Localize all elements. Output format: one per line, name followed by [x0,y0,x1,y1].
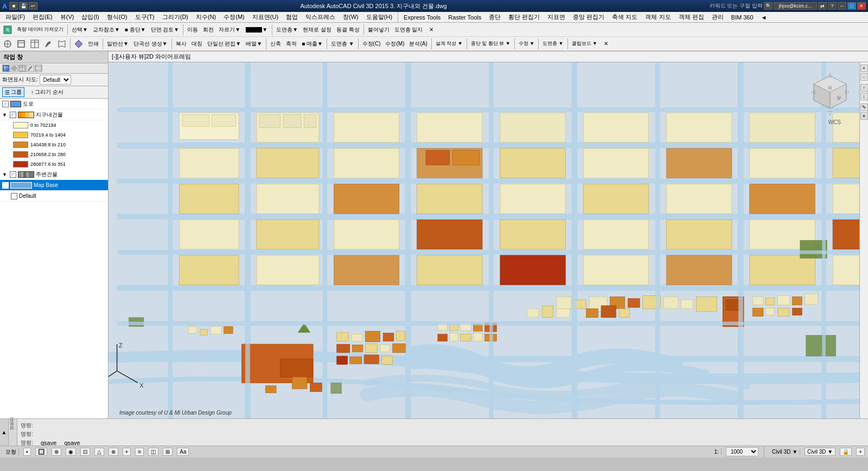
minimize-btn[interactable]: ─ [838,2,846,10]
layer-buildings[interactable]: ▼ 지구내건물 [0,109,108,120]
lock-btn[interactable]: 🔒 [840,448,852,456]
fillet-btn[interactable]: 단일선 편집▼ [205,38,244,50]
annotscale-btn[interactable]: Aa [177,448,189,456]
surround-expand[interactable]: ▼ [2,172,7,177]
menu-manage[interactable]: 관리 [709,12,727,22]
menu-collapse[interactable]: ◄ [758,14,770,21]
menu-view[interactable]: 뷰(V) [57,12,78,22]
toolbar-close-btn[interactable]: ✕ [600,38,612,50]
panel-edit-btn[interactable]: ■ 매출▼ [299,38,325,50]
rotate-btn[interactable]: 회전 [201,24,216,36]
selcycling-btn[interactable]: ⊞ [163,448,173,456]
props-btn[interactable]: 현재로 설정 [301,24,334,36]
layer-btn[interactable]: 도면층▼ [274,24,300,36]
menu-tools[interactable]: 도구(T) [132,12,158,22]
menu-express[interactable]: 익스프레스 [302,12,339,22]
menu-raster[interactable]: Raster Tools [445,14,484,21]
surface3d-btn[interactable] [72,38,85,50]
ortho-btn[interactable]: ⊕ [52,448,61,456]
menu-object-edit[interactable]: 객체 편집 [675,12,707,22]
menu-format[interactable]: 형식(O) [104,12,131,22]
workspace-btn[interactable]: Civil 3D ▼ [805,448,835,456]
profile-btn[interactable]: ■ 종단▼ [123,24,148,36]
menu-profile[interactable]: 종단 [486,12,504,22]
rs-btn-4[interactable]: ↓ [860,93,868,100]
wrench-btn[interactable] [42,38,55,50]
menu-section-center[interactable]: 중앙 편집기 [570,12,608,22]
rs-btn-3[interactable]: ↑ [860,84,868,92]
menu-surface[interactable]: 지표면(U) [249,12,282,22]
menu-modify[interactable]: 수정(M) [220,12,248,22]
help-btn[interactable]: ? [828,2,837,10]
scale-select[interactable]: 1000 [726,447,758,456]
array-btn[interactable]: 배열▼ [244,38,264,50]
tangent-btn[interactable]: 단곡선 생성▼ [131,38,170,50]
search-btn[interactable]: 🔍 [764,2,773,10]
layer-road[interactable]: 도로 [0,99,108,109]
osnap-btn[interactable]: ⊡ [80,448,90,456]
menu-dimension[interactable]: 치수(N) [193,12,219,22]
rs-btn-1[interactable]: + [860,64,868,72]
analyze-btn[interactable]: 수정(M) [383,38,406,50]
menu-express-tools[interactable]: Express Tools [400,14,444,21]
transp-btn[interactable]: ◫ [148,448,158,456]
menu-edit[interactable]: 편집(E) [29,12,56,22]
otrack-btn[interactable]: △ [94,448,104,456]
menu-axis-map[interactable]: 축색 지도 [609,12,641,22]
layer-tab-order[interactable]: ↑ 그리기 순서 [29,88,66,96]
menu-section-editor[interactable]: 횡단 편집기 [505,12,543,22]
menu-window[interactable]: 창(W) [340,12,362,22]
plus-btn[interactable]: + [856,448,865,456]
rs-btn-2[interactable]: - [860,73,868,81]
grid-btn[interactable]: ▪ [23,448,31,456]
section-btn[interactable]: 단면 검토▼ [149,24,182,36]
survey-data-btn[interactable]: 측 [1,24,14,36]
analysis-btn[interactable]: 분석(A) [407,38,429,50]
topo-btn[interactable]: 도면층 ▼ [329,38,356,50]
style-tab-btn[interactable] [10,64,18,72]
map-btn[interactable] [55,38,68,50]
dynmode-btn[interactable]: + [123,448,131,456]
nav-cube[interactable]: 위 앞 ◁ ▷ △ ▽ [808,73,852,117]
map-tab-btn[interactable] [35,64,42,72]
normal-btn[interactable]: 일반선▼ [105,38,131,50]
ducs-btn[interactable]: ⊗ [108,448,118,456]
menu-bim360[interactable]: BIM 360 [728,14,757,21]
select-btn[interactable]: 선택▼ [69,24,90,36]
menu-insert[interactable]: 삽입(I) [78,12,102,22]
layer-tab-group[interactable]: ☰ 그룹 [2,87,24,97]
close-panel-btn[interactable]: ✕ [425,24,437,36]
user-btn[interactable]: jhjoo@kcim.c... [774,2,817,10]
maximize-btn[interactable]: □ [847,2,856,10]
table-tab-btn[interactable] [18,64,26,72]
edit-btn[interactable] [15,38,28,50]
stretch-btn[interactable]: 축적 [284,38,299,50]
layer-default[interactable]: Default [0,191,108,202]
cross-ref-btn[interactable]: 교차참조▼ [91,24,122,36]
close-btn[interactable]: ✕ [857,2,866,10]
layer-mapbase[interactable]: ✓ Map Base [0,180,108,191]
settings-btn[interactable]: 수정(C) [360,38,383,50]
data-tab-btn[interactable] [2,64,10,72]
menu-file[interactable]: 파일(F) [2,12,28,22]
scale-btn[interactable]: 신축 [268,38,283,50]
display-dropdown[interactable]: Default [40,75,71,85]
quick-save-btn[interactable]: 💾 [19,2,28,10]
mirror-btn[interactable]: 대칭 [189,38,205,50]
road-checkbox[interactable] [2,101,9,107]
auto-btn[interactable]: 자르기▼ [216,24,242,36]
lineweight-btn[interactable]: ≡ [135,448,144,456]
viewport[interactable]: 뷰포 + - ✋ ↻ ⊡ ⊞ ◁ ▷ ⚙ ≡ [108,62,868,418]
menu-object-map[interactable]: 객체 지도 [642,12,674,22]
polar-btn[interactable]: ◉ [66,448,76,456]
mapbase-checkbox[interactable]: ✓ [2,182,9,189]
surround-checkbox[interactable] [10,171,16,178]
survey-goto-btn[interactable]: 측량 데이터 가져오기 [15,24,66,36]
move-btn[interactable]: 이동 [185,24,200,36]
layer-surround[interactable]: ▼ 주변건물 [0,169,108,180]
log-btn[interactable]: 도면층 일지 [392,24,425,36]
menu-surface2[interactable]: 지표면 [544,12,569,22]
quick-access-btn[interactable]: ■ [9,2,18,10]
tools-tab-btn[interactable] [27,64,34,72]
color-btn[interactable]: ▼ [243,24,270,36]
